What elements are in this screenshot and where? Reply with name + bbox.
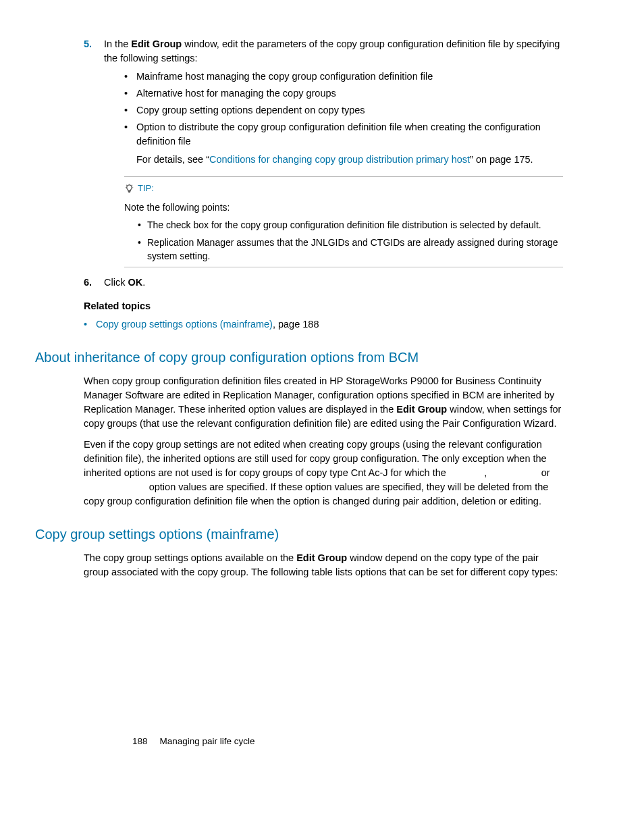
bullet-item: Option to distribute the copy group conf… bbox=[124, 120, 563, 167]
tip-body: Note the following points: The check box… bbox=[124, 201, 563, 263]
step-number: 6. bbox=[84, 276, 92, 290]
section-heading-options: Copy group settings options (mainframe) bbox=[35, 525, 563, 544]
tip-item: The check box for the copy group configu… bbox=[138, 218, 563, 232]
step-6: 6. Click OK. bbox=[84, 276, 563, 290]
numbered-steps: 5. In the Edit Group window, edit the pa… bbox=[84, 37, 563, 290]
step-5-bullets: Mainframe host managing the copy group c… bbox=[124, 70, 563, 167]
page-content: 5. In the Edit Group window, edit the pa… bbox=[84, 37, 563, 748]
page-footer: 188 Managing pair life cycle bbox=[132, 735, 563, 748]
step-6-text: Click OK. bbox=[104, 277, 145, 288]
svg-line-4 bbox=[132, 185, 132, 186]
divider bbox=[124, 176, 563, 177]
lightbulb-icon bbox=[124, 184, 134, 194]
related-topics-heading: Related topics bbox=[84, 299, 563, 313]
footer-chapter-label: Managing pair life cycle bbox=[160, 735, 255, 748]
step-number: 5. bbox=[84, 37, 92, 51]
bullet-item: Mainframe host managing the copy group c… bbox=[124, 70, 563, 84]
tip-list: The check box for the copy group configu… bbox=[138, 218, 563, 263]
step-5: 5. In the Edit Group window, edit the pa… bbox=[84, 37, 563, 267]
body-paragraph: The copy group settings options availabl… bbox=[84, 551, 563, 579]
cross-ref-link[interactable]: Conditions for changing copy group distr… bbox=[209, 154, 470, 165]
related-topic-item: Copy group settings options (mainframe),… bbox=[84, 317, 563, 332]
divider bbox=[124, 267, 563, 267]
tip-item: Replication Manager assumes that the JNL… bbox=[138, 236, 563, 263]
body-paragraph: When copy group configuration definition… bbox=[84, 374, 563, 431]
svg-line-3 bbox=[126, 185, 127, 186]
tip-box: TIP: Note the following points: The chec… bbox=[124, 176, 563, 267]
bullet-item: Copy group setting options dependent on … bbox=[124, 103, 563, 118]
step-5-text: In the Edit Group window, edit the param… bbox=[104, 38, 560, 63]
body-paragraph: Even if the copy group settings are not … bbox=[84, 438, 563, 509]
related-topic-link[interactable]: Copy group settings options (mainframe) bbox=[96, 319, 273, 330]
tip-label: TIP: bbox=[138, 182, 154, 195]
tip-heading: TIP: bbox=[124, 182, 563, 195]
page-number: 188 bbox=[132, 735, 148, 748]
section-heading-inheritance: About inheritance of copy group configur… bbox=[35, 348, 563, 367]
bullet-item: Alternative host for managing the copy g… bbox=[124, 86, 563, 101]
bullet-detail: For details, see “Conditions for changin… bbox=[136, 153, 563, 167]
related-topics-list: Copy group settings options (mainframe),… bbox=[84, 317, 563, 332]
